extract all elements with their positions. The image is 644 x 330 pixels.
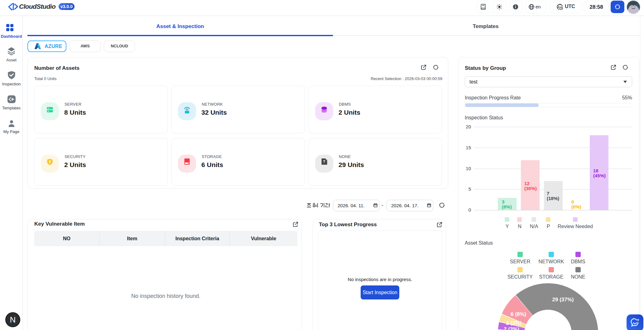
- svg-text:?: ?: [323, 160, 325, 164]
